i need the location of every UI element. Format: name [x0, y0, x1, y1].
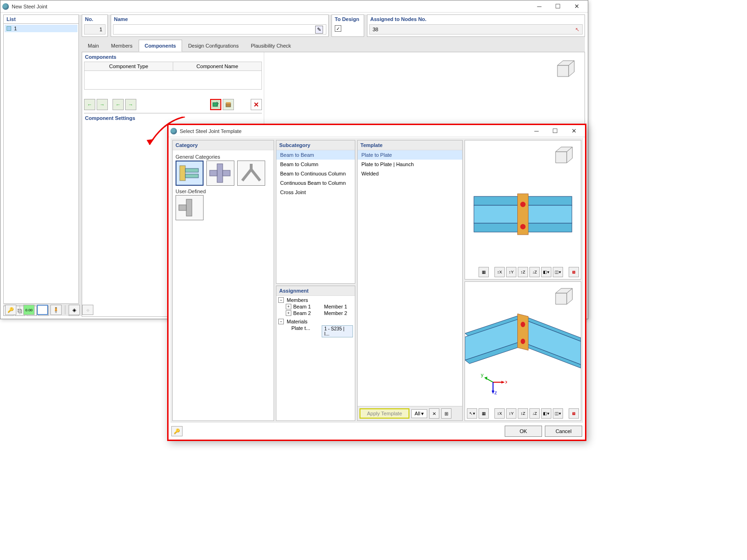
axis-neg-z-button[interactable]: ↓Z [529, 267, 540, 277]
axis-y-button[interactable]: ↕Y [506, 408, 516, 419]
design-checkbox[interactable] [335, 25, 341, 32]
collapse-icon[interactable]: − [278, 297, 284, 303]
orientation-cube-icon[interactable] [552, 57, 580, 82]
svg-rect-22 [474, 196, 518, 205]
svg-point-41 [521, 322, 525, 327]
view-3-button[interactable]: ◈ [69, 305, 80, 315]
tab-components[interactable]: Components [139, 40, 182, 52]
axis-y-button[interactable]: ↕Y [506, 267, 516, 277]
nodes-field[interactable]: 38 ↖ [369, 24, 583, 35]
move-left-button[interactable] [113, 99, 124, 110]
collapse-icon[interactable]: − [278, 319, 284, 324]
subcategory-header: Subcategory [276, 140, 355, 150]
pick-nodes-icon[interactable]: ↖ [575, 27, 579, 33]
clear-button[interactable]: ✕ [429, 408, 439, 419]
tab-design-config[interactable]: Design Configurations [182, 40, 245, 52]
expand-icon[interactable]: + [286, 310, 291, 316]
material-value[interactable]: 1 - S235 | I... [322, 325, 353, 337]
subcategory-item[interactable]: Beam to Beam [276, 150, 355, 160]
render-button[interactable]: ◫▾ [553, 408, 563, 419]
edit-name-icon[interactable]: ✎ [315, 26, 323, 34]
axis-z-button[interactable]: ↕Z [518, 408, 528, 419]
subcategory-item[interactable]: Cross Joint [276, 188, 355, 197]
view-mode-button[interactable]: ▦ [479, 408, 489, 419]
template-item[interactable]: Plate to Plate | Haunch [358, 160, 462, 169]
svg-rect-8 [180, 166, 185, 181]
view-1-button[interactable] [37, 305, 48, 315]
tab-main[interactable]: Main [82, 40, 105, 52]
iso-button[interactable]: ◧▾ [541, 408, 551, 419]
axis-x-button[interactable]: ↕X [494, 408, 505, 419]
tabs: Main Members Components Design Configura… [82, 40, 585, 52]
view-2-button[interactable]: 🧍 [50, 305, 62, 315]
dialog-close-button[interactable]: ✕ [564, 126, 583, 137]
category-thumb-2[interactable] [206, 161, 234, 186]
add-from-template-button[interactable] [210, 99, 221, 110]
iso-button[interactable]: ◧▾ [541, 267, 551, 277]
delete-component-button[interactable] [251, 99, 262, 110]
expand-icon[interactable]: + [286, 304, 291, 309]
orientation-cube-icon[interactable] [550, 285, 578, 310]
svg-marker-3 [557, 65, 569, 77]
move-last-button[interactable] [125, 99, 136, 110]
axis-z-button[interactable]: ↕Z [518, 267, 528, 277]
no-label: No. [82, 15, 107, 23]
dialog-minimize-button[interactable]: ─ [527, 126, 546, 137]
col-name: Component Name [173, 62, 261, 70]
dialog-maximize-button[interactable]: ☐ [546, 126, 564, 137]
move-right-button[interactable] [97, 99, 108, 110]
components-table[interactable]: Component Type Component Name [84, 62, 262, 90]
view-mode-button[interactable]: ▦ [479, 267, 489, 277]
axis-x-button[interactable]: ↕X [494, 267, 505, 277]
template-list[interactable]: Plate to Plate Plate to Plate | Haunch W… [358, 150, 462, 406]
list-box[interactable]: 1 [3, 24, 79, 304]
minimize-button[interactable]: ─ [530, 1, 549, 12]
cursor-button[interactable]: ↖▾ [467, 408, 477, 419]
subcategory-list[interactable]: Beam to Beam Beam to Column Beam to Cont… [276, 150, 355, 197]
axis-neg-z-button[interactable]: ↓Z [529, 408, 540, 419]
app-icon [2, 3, 9, 10]
list-item-color-icon [7, 26, 11, 31]
subcategory-item[interactable]: Beam to Continuous Column [276, 169, 355, 178]
ok-button[interactable]: OK [505, 426, 542, 437]
name-field[interactable]: ✎ [113, 24, 326, 35]
close-button[interactable]: ✕ [567, 1, 586, 12]
units-button[interactable]: 0.00 [23, 305, 35, 315]
tab-plausibility[interactable]: Plausibility Check [245, 40, 297, 52]
template-preview-3d[interactable]: ▦ ↕X ↕Y ↕Z ↓Z ◧▾ ◫▾ ⦻ [465, 140, 581, 280]
category-thumb-1[interactable] [176, 161, 204, 186]
category-thumb-user[interactable] [176, 195, 204, 220]
apply-template-button[interactable]: Apply Template [359, 408, 409, 419]
reset-view-button[interactable]: ⦻ [569, 408, 579, 419]
template-item[interactable]: Plate to Plate [358, 150, 462, 160]
reset-view-button[interactable]: ⦻ [569, 267, 579, 277]
svg-rect-23 [474, 223, 518, 232]
view-toolbar-bottom: ↖▾ ▦ ↕X ↕Y ↕Z ↓Z ◧▾ ◫▾ ⦻ [467, 408, 579, 419]
cancel-button[interactable]: Cancel [545, 426, 582, 437]
template-item[interactable]: Welded [358, 169, 462, 178]
orientation-cube-icon[interactable] [550, 143, 578, 168]
svg-rect-27 [528, 205, 572, 223]
subcategory-item[interactable]: Beam to Column [276, 160, 355, 169]
assignment-tree[interactable]: − Members + Beam 1Member 1 + Beam 2Membe… [276, 296, 355, 339]
tab-members[interactable]: Members [105, 40, 139, 52]
svg-rect-1 [226, 103, 231, 107]
svg-marker-44 [501, 381, 504, 384]
assignment-preview-3d[interactable]: x y z ↖▾ ▦ ↕X ↕Y ↕Z ↓Z [465, 281, 581, 421]
move-first-button[interactable] [84, 99, 95, 110]
view-4-button[interactable]: ⟐ [82, 305, 93, 315]
list-item[interactable]: 1 [5, 25, 78, 32]
options-button[interactable]: ⊞ [441, 408, 451, 419]
no-field[interactable]: 1 [84, 24, 106, 35]
library-button[interactable] [223, 99, 234, 110]
dialog-help-button[interactable]: 🔑 [171, 426, 183, 436]
template-dialog: Select Steel Joint Template ─ ☐ ✕ Catego… [167, 124, 586, 441]
category-thumb-3[interactable] [237, 161, 265, 186]
svg-text:y: y [481, 372, 484, 378]
template-header: Template [358, 140, 462, 150]
subcategory-item[interactable]: Continuous Beam to Column [276, 178, 355, 188]
help-button[interactable]: 🔑 [5, 305, 16, 315]
maximize-button[interactable]: ☐ [549, 1, 567, 12]
render-button[interactable]: ◫▾ [553, 267, 563, 277]
filter-dropdown[interactable]: All▾ [411, 409, 427, 418]
